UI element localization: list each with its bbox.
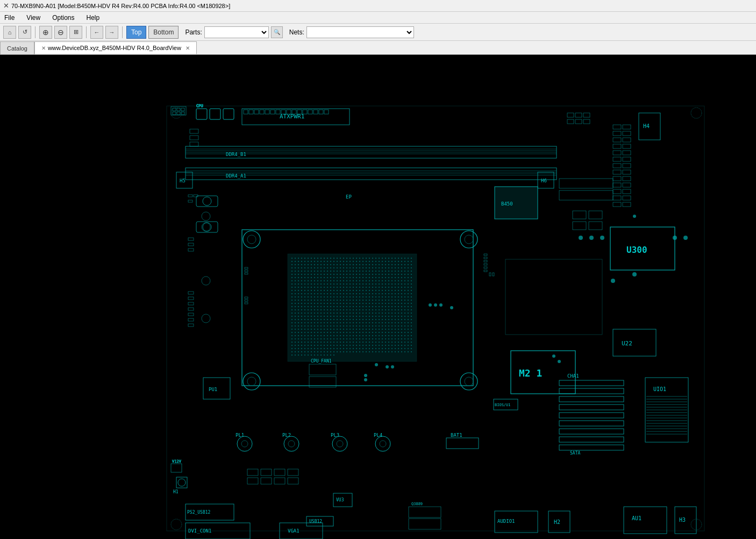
svg-rect-226 bbox=[301, 274, 302, 275]
nets-select[interactable] bbox=[306, 26, 414, 38]
svg-rect-404 bbox=[385, 287, 386, 288]
arrow-left-button[interactable]: ← bbox=[90, 26, 103, 39]
menu-file[interactable]: File bbox=[2, 13, 17, 23]
bottom-view-button[interactable]: Bottom bbox=[148, 26, 179, 39]
svg-rect-831 bbox=[291, 325, 293, 327]
svg-rect-67 bbox=[401, 258, 402, 259]
svg-rect-780 bbox=[372, 319, 373, 320]
svg-rect-815 bbox=[362, 322, 363, 323]
svg-rect-726 bbox=[320, 316, 322, 317]
svg-rect-785 bbox=[388, 319, 389, 320]
svg-rect-230 bbox=[314, 274, 315, 275]
svg-rect-608 bbox=[308, 306, 309, 307]
svg-rect-145 bbox=[408, 264, 409, 265]
svg-rect-1256 bbox=[188, 195, 192, 197]
svg-rect-235 bbox=[330, 274, 331, 275]
svg-rect-913 bbox=[311, 332, 312, 333]
svg-rect-773 bbox=[350, 319, 351, 320]
svg-rect-1022 bbox=[295, 342, 296, 343]
zoom-in-button[interactable]: ⊕ bbox=[39, 26, 52, 39]
svg-rect-970 bbox=[372, 335, 373, 336]
svg-rect-820 bbox=[379, 322, 380, 323]
svg-rect-369 bbox=[395, 283, 396, 285]
svg-rect-1030 bbox=[320, 342, 322, 343]
svg-rect-864 bbox=[398, 325, 399, 327]
svg-rect-362 bbox=[372, 283, 373, 285]
svg-rect-246 bbox=[366, 274, 367, 275]
svg-rect-873 bbox=[304, 329, 305, 330]
svg-rect-445 bbox=[395, 290, 396, 291]
svg-rect-877 bbox=[317, 329, 318, 330]
svg-rect-1377 bbox=[261, 469, 272, 476]
menu-help[interactable]: Help bbox=[84, 13, 102, 23]
svg-rect-556 bbox=[385, 300, 386, 301]
svg-rect-1095 bbox=[408, 345, 409, 346]
svg-rect-1093 bbox=[401, 345, 402, 346]
menu-options[interactable]: Options bbox=[50, 13, 76, 23]
svg-rect-961 bbox=[343, 335, 344, 336]
svg-rect-776 bbox=[359, 319, 360, 320]
svg-rect-245 bbox=[362, 274, 363, 275]
svg-rect-53 bbox=[356, 258, 357, 259]
svg-rect-234 bbox=[327, 274, 328, 275]
svg-rect-641 bbox=[291, 309, 293, 310]
svg-rect-689 bbox=[324, 313, 325, 314]
svg-rect-558 bbox=[391, 300, 393, 301]
home-button[interactable]: ⌂ bbox=[3, 26, 16, 39]
svg-rect-817 bbox=[369, 322, 370, 323]
tab-catalog[interactable]: Catalog bbox=[0, 41, 34, 54]
svg-rect-424 bbox=[327, 290, 328, 291]
svg-rect-288 bbox=[379, 277, 380, 278]
svg-rect-539 bbox=[330, 300, 331, 301]
svg-rect-725 bbox=[317, 316, 318, 317]
zoom-fit-button[interactable]: ⊞ bbox=[69, 26, 82, 39]
board-view[interactable]: ATXPWR1 DDR4_B bbox=[0, 55, 756, 539]
svg-rect-796 bbox=[301, 322, 302, 323]
svg-rect-488 bbox=[411, 293, 412, 294]
svg-rect-434 bbox=[359, 290, 360, 291]
svg-rect-1173 bbox=[291, 354, 293, 356]
svg-rect-518 bbox=[385, 296, 386, 297]
svg-point-1371 bbox=[364, 378, 367, 381]
svg-point-1333 bbox=[203, 197, 211, 205]
svg-rect-576 bbox=[327, 303, 328, 304]
refresh-button[interactable]: ↺ bbox=[18, 26, 31, 39]
svg-rect-1008 bbox=[372, 338, 373, 339]
svg-rect-1308 bbox=[623, 170, 631, 174]
svg-rect-1176 bbox=[301, 354, 302, 356]
svg-rect-1013 bbox=[388, 338, 389, 339]
svg-rect-697 bbox=[350, 313, 351, 314]
svg-rect-762 bbox=[314, 319, 315, 320]
svg-rect-611 bbox=[317, 306, 318, 307]
svg-rect-379 bbox=[304, 287, 305, 288]
menu-view[interactable]: View bbox=[24, 13, 42, 23]
svg-rect-760 bbox=[308, 319, 309, 320]
top-view-button[interactable]: Top bbox=[126, 26, 146, 39]
svg-rect-530 bbox=[301, 300, 302, 301]
svg-rect-201 bbox=[343, 271, 344, 272]
svg-rect-658 bbox=[346, 309, 347, 310]
svg-rect-953 bbox=[317, 335, 318, 336]
arrow-right-button[interactable]: → bbox=[105, 26, 118, 39]
svg-rect-739 bbox=[362, 316, 363, 317]
zoom-out-button[interactable]: ⊖ bbox=[54, 26, 67, 39]
parts-select[interactable] bbox=[204, 26, 269, 38]
tab-boardview[interactable]: ✕ www.DeviceDB.xyz_B450M-HDV R4.0_BoardV… bbox=[34, 41, 197, 54]
svg-rect-193 bbox=[317, 271, 318, 272]
svg-rect-1302 bbox=[623, 151, 631, 155]
svg-point-1363 bbox=[673, 236, 677, 240]
svg-rect-433 bbox=[356, 290, 357, 291]
svg-rect-577 bbox=[330, 303, 331, 304]
svg-rect-236 bbox=[333, 274, 334, 275]
parts-search-button[interactable]: 🔍 bbox=[271, 26, 283, 38]
svg-text:H4: H4 bbox=[643, 123, 650, 129]
svg-rect-18 bbox=[324, 110, 329, 114]
svg-rect-308 bbox=[320, 280, 322, 281]
svg-rect-168 bbox=[359, 267, 360, 268]
svg-rect-891 bbox=[362, 329, 363, 330]
svg-rect-886 bbox=[346, 329, 347, 330]
svg-rect-826 bbox=[398, 322, 399, 323]
svg-rect-108 bbox=[411, 261, 412, 262]
tab-boardview-close[interactable]: ✕ bbox=[186, 45, 190, 51]
svg-rect-664 bbox=[366, 309, 367, 310]
